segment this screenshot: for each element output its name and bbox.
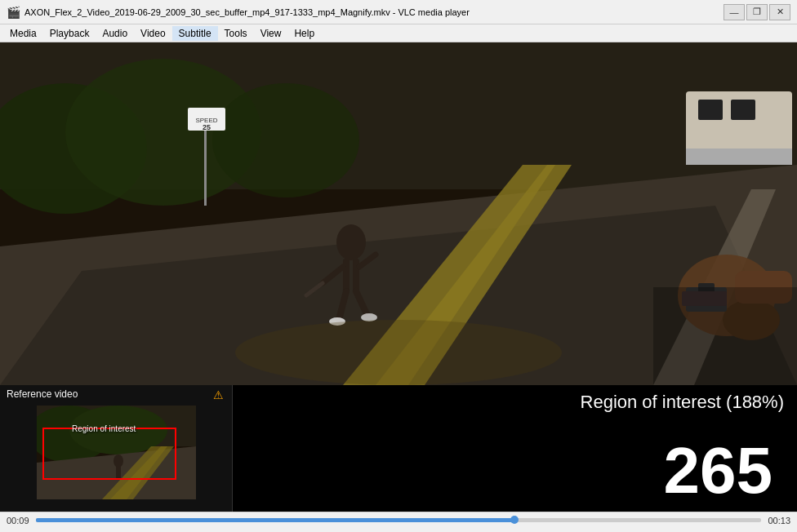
seekbar-thumb xyxy=(510,516,519,524)
svg-rect-44 xyxy=(116,466,121,478)
menu-view[interactable]: View xyxy=(254,26,288,41)
vlc-icon: 🎬 xyxy=(7,6,20,19)
menu-tools[interactable]: Tools xyxy=(218,26,254,41)
maximize-button[interactable]: ❐ xyxy=(746,4,768,20)
titlebar-left: 🎬 AXON_Flex_2_Video_2019-06-29_2009_30_s… xyxy=(7,6,470,19)
svg-point-35 xyxy=(235,320,562,385)
reference-thumbnail xyxy=(37,406,196,499)
svg-point-43 xyxy=(114,454,123,468)
title-text: AXON_Flex_2_Video_2019-06-29_2009_30_sec… xyxy=(24,7,470,17)
menu-playback[interactable]: Playback xyxy=(43,26,96,41)
menu-video[interactable]: Video xyxy=(134,26,171,41)
menubar: Media Playback Audio Video Subtitle Tool… xyxy=(0,24,797,42)
region-of-interest-label: Region of interest xyxy=(72,424,136,433)
svg-rect-19 xyxy=(343,259,350,291)
menu-help[interactable]: Help xyxy=(287,26,321,41)
svg-point-18 xyxy=(336,224,366,260)
seekbar-fill xyxy=(36,518,514,522)
minimize-button[interactable]: — xyxy=(724,4,745,20)
time-start: 00:09 xyxy=(7,516,31,525)
menu-media[interactable]: Media xyxy=(3,26,43,41)
roi-title: Region of interest (188%) xyxy=(581,392,784,413)
reference-label: Reference video xyxy=(7,388,78,400)
svg-rect-34 xyxy=(682,291,727,306)
seekbar-row: 00:09 00:13 xyxy=(0,512,797,529)
seekbar-track[interactable] xyxy=(36,518,761,522)
controls-area: 00:09 00:13 xyxy=(0,512,797,532)
menu-subtitle[interactable]: Subtitle xyxy=(172,26,218,41)
warning-icon: ⚠ xyxy=(213,388,224,401)
titlebar-controls: — ❐ ✕ xyxy=(724,4,790,20)
menu-audio[interactable]: Audio xyxy=(96,26,134,41)
time-end: 00:13 xyxy=(766,516,790,525)
svg-rect-16 xyxy=(731,100,755,120)
svg-point-4 xyxy=(212,83,359,197)
svg-rect-17 xyxy=(686,149,792,165)
main-video: SPEED 25 xyxy=(0,42,797,385)
frame-number: 265 xyxy=(664,438,773,503)
svg-rect-20 xyxy=(353,259,359,291)
reference-panel: Reference video ⚠ Region of interest xyxy=(0,385,233,512)
svg-text:25: 25 xyxy=(203,123,211,131)
main-video-frame: SPEED 25 xyxy=(0,42,797,385)
roi-display: Region of interest (188%) 265 xyxy=(233,385,797,512)
svg-rect-15 xyxy=(698,100,723,120)
buttons-row: 95% xyxy=(0,529,797,532)
bottom-video-area: Reference video ⚠ Region of interest xyxy=(0,385,797,512)
titlebar: 🎬 AXON_Flex_2_Video_2019-06-29_2009_30_s… xyxy=(0,0,797,24)
close-button[interactable]: ✕ xyxy=(769,4,790,20)
